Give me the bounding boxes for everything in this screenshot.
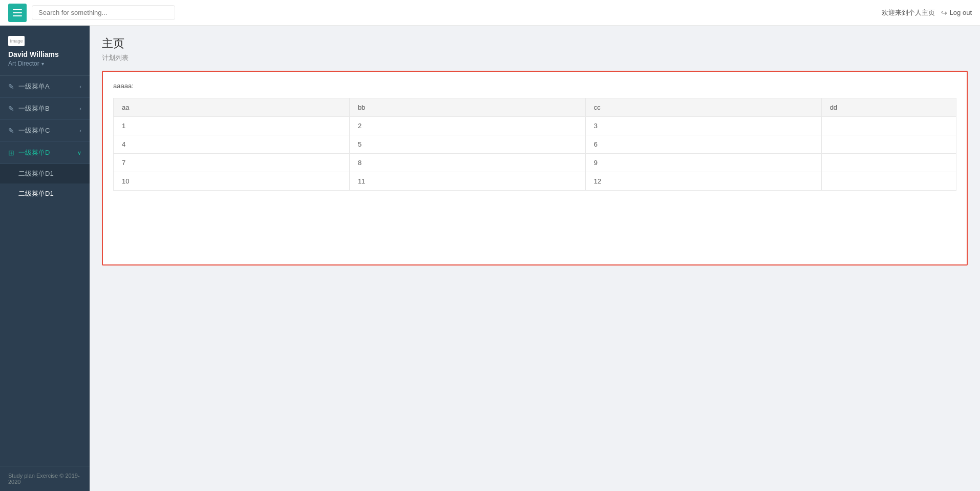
logout-button[interactable]: ↪ Log out bbox=[941, 9, 972, 17]
cell-bb: 11 bbox=[349, 172, 585, 191]
cell-cc: 6 bbox=[585, 135, 821, 154]
col-header-cc: cc bbox=[585, 98, 821, 117]
page-title: 主页 bbox=[102, 36, 968, 51]
section-label: aaaaa: bbox=[113, 82, 956, 90]
cell-dd bbox=[821, 135, 956, 154]
sidebar-profile: Image David Williams Art Director ▾ bbox=[0, 26, 90, 76]
sidebar-item-label-c: 一级菜单C bbox=[18, 126, 79, 135]
cell-aa: 7 bbox=[114, 154, 350, 172]
sidebar-subitem-d1-1[interactable]: 二级菜单D1 bbox=[0, 164, 90, 184]
navbar-right: 欢迎来到个人主页 ↪ Log out bbox=[882, 8, 972, 17]
navbar-left bbox=[8, 4, 175, 22]
grid-icon-d: ⊞ bbox=[8, 149, 14, 157]
table-row: 101112 bbox=[114, 172, 956, 191]
profile-role-chevron: ▾ bbox=[41, 61, 44, 67]
cell-dd bbox=[821, 172, 956, 191]
sidebar-subitem-label-d1-2: 二级菜单D1 bbox=[18, 189, 54, 198]
sidebar-item-menu-c[interactable]: ✎ 一级菜单C ‹ bbox=[0, 120, 90, 142]
page-subtitle: 计划列表 bbox=[102, 53, 968, 63]
main-content: 主页 计划列表 aaaaa: aa bb cc dd 1234567891011… bbox=[90, 26, 980, 491]
layout: Image David Williams Art Director ▾ ✎ 一级… bbox=[0, 26, 980, 491]
sidebar-item-menu-a[interactable]: ✎ 一级菜单A ‹ bbox=[0, 76, 90, 98]
sidebar-item-menu-d[interactable]: ⊞ 一级菜单D ∨ bbox=[0, 142, 90, 164]
profile-image: Image bbox=[8, 36, 25, 46]
table-row: 456 bbox=[114, 135, 956, 154]
cell-bb: 8 bbox=[349, 154, 585, 172]
arrow-icon-c: ‹ bbox=[79, 128, 81, 134]
sidebar-submenu-d: 二级菜单D1 二级菜单D1 bbox=[0, 164, 90, 204]
cell-dd bbox=[821, 117, 956, 135]
edit-icon-a: ✎ bbox=[8, 83, 14, 91]
red-container: aaaaa: aa bb cc dd 123456789101112 bbox=[102, 71, 968, 265]
cell-bb: 2 bbox=[349, 117, 585, 135]
table-row: 123 bbox=[114, 117, 956, 135]
sidebar-item-label-d: 一级菜单D bbox=[18, 148, 77, 157]
sidebar-footer: Study plan Exercise © 2019-2020 bbox=[0, 466, 90, 491]
sidebar-item-label-a: 一级菜单A bbox=[18, 82, 79, 91]
sidebar-subitem-label-d1-1: 二级菜单D1 bbox=[18, 169, 54, 178]
profile-role-label: Art Director bbox=[8, 60, 39, 67]
arrow-icon-b: ‹ bbox=[79, 106, 81, 112]
cell-cc: 12 bbox=[585, 172, 821, 191]
col-header-dd: dd bbox=[821, 98, 956, 117]
arrow-icon-d: ∨ bbox=[77, 150, 81, 156]
cell-cc: 3 bbox=[585, 117, 821, 135]
sidebar-footer-text: Study plan Exercise © 2019-2020 bbox=[8, 473, 80, 485]
cell-aa: 1 bbox=[114, 117, 350, 135]
navbar: 欢迎来到个人主页 ↪ Log out bbox=[0, 0, 980, 26]
col-header-bb: bb bbox=[349, 98, 585, 117]
data-table: aa bb cc dd 123456789101112 bbox=[113, 98, 956, 191]
welcome-text: 欢迎来到个人主页 bbox=[882, 8, 935, 17]
cell-aa: 10 bbox=[114, 172, 350, 191]
menu-toggle-button[interactable] bbox=[8, 4, 27, 22]
profile-name: David Williams bbox=[8, 50, 81, 58]
sidebar-menu: ✎ 一级菜单A ‹ ✎ 一级菜单B ‹ ✎ 一级菜单C ‹ ⊞ 一级菜单D ∨ bbox=[0, 76, 90, 466]
sidebar: Image David Williams Art Director ▾ ✎ 一级… bbox=[0, 26, 90, 491]
table-row: 789 bbox=[114, 154, 956, 172]
cell-dd bbox=[821, 154, 956, 172]
cell-bb: 5 bbox=[349, 135, 585, 154]
edit-icon-b: ✎ bbox=[8, 105, 14, 113]
logout-label: Log out bbox=[950, 9, 972, 16]
edit-icon-c: ✎ bbox=[8, 127, 14, 135]
logout-icon: ↪ bbox=[941, 9, 947, 17]
table-body: 123456789101112 bbox=[114, 117, 956, 191]
col-header-aa: aa bbox=[114, 98, 350, 117]
profile-role[interactable]: Art Director ▾ bbox=[8, 60, 81, 67]
arrow-icon-a: ‹ bbox=[79, 84, 81, 90]
sidebar-item-menu-b[interactable]: ✎ 一级菜单B ‹ bbox=[0, 98, 90, 120]
table-header: aa bb cc dd bbox=[114, 98, 956, 117]
sidebar-subitem-d1-2[interactable]: 二级菜单D1 bbox=[0, 184, 90, 204]
cell-aa: 4 bbox=[114, 135, 350, 154]
sidebar-item-label-b: 一级菜单B bbox=[18, 104, 79, 113]
search-input[interactable] bbox=[32, 5, 175, 20]
cell-cc: 9 bbox=[585, 154, 821, 172]
